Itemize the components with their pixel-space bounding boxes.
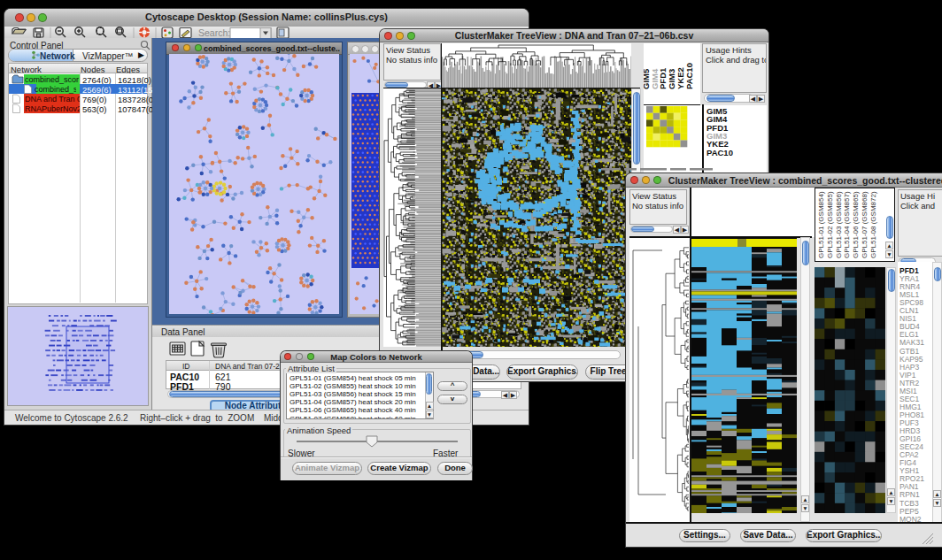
svg-text:GPL51-08 (GSM872): GPL51-08 (GSM872) — [869, 191, 877, 258]
svg-text:GPL51-06 (GSM865): GPL51-06 (GSM865) — [852, 191, 860, 258]
svg-text:GPL51-03 (GSM856): GPL51-03 (GSM856) — [835, 191, 843, 258]
svg-text:GPL51-07 (GSM868): GPL51-07 (GSM868) — [861, 191, 869, 258]
svg-text:Search:: Search: — [198, 27, 230, 38]
svg-text:GPL51-04 (GSM857): GPL51-04 (GSM857) — [843, 191, 851, 258]
svg-text:GPL51-01 (GSM854): GPL51-01 (GSM854) — [817, 191, 825, 258]
svg-text:PAC10: PAC10 — [684, 63, 694, 89]
svg-text:GPL51-02 (GSM855): GPL51-02 (GSM855) — [826, 191, 834, 258]
